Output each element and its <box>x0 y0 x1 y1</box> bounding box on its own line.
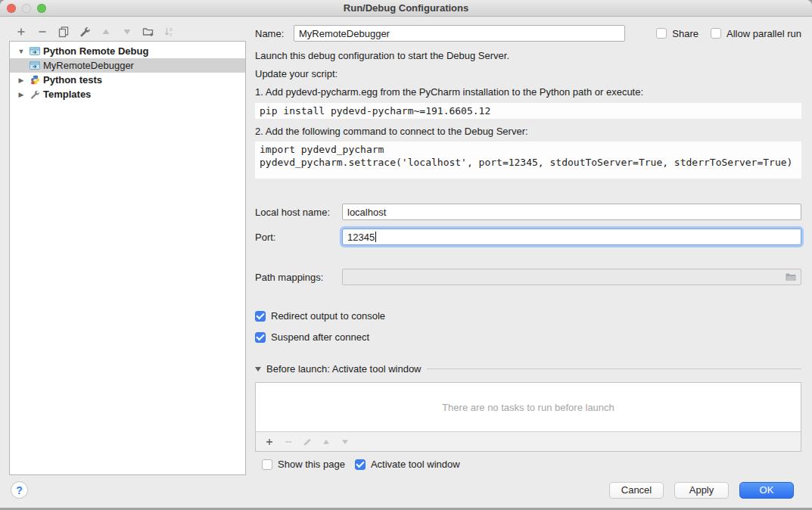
close-window-button[interactable] <box>7 4 16 13</box>
redirect-output-checkbox-group[interactable]: Redirect output to console <box>255 310 801 322</box>
tree-item-label: MyRemoteDebugger <box>43 60 134 71</box>
activate-tool-window-checkbox-group[interactable]: Activate tool window <box>355 459 460 470</box>
step2-text: 2. Add the following command to connect … <box>255 126 801 137</box>
code-line-2: pydevd_pycharm.settrace('localhost', por… <box>260 157 792 168</box>
suspend-after-connect-label: Suspend after connect <box>271 331 369 343</box>
suspend-after-connect-checkbox-group[interactable]: Suspend after connect <box>255 331 801 343</box>
collapse-arrow-icon[interactable] <box>255 367 261 372</box>
remove-icon <box>36 26 48 38</box>
before-launch-section-header[interactable]: Before launch: Activate tool window <box>255 363 801 375</box>
new-folder-button[interactable] <box>138 23 159 40</box>
settrace-code-block: import pydevd_pycharm pydevd_pycharm.set… <box>255 141 801 179</box>
text-cursor <box>375 232 376 242</box>
code-line-1: import pydevd_pycharm <box>260 144 384 155</box>
add-task-button[interactable] <box>260 434 278 449</box>
dialog-footer: ? Cancel Apply OK <box>0 475 812 508</box>
tree-item-myremotedebugger[interactable]: MyRemoteDebugger <box>10 58 245 73</box>
name-label: Name: <box>255 28 294 39</box>
before-launch-title: Before launch: Activate tool window <box>266 363 422 375</box>
tree-item-templates[interactable]: ▶ Templates <box>10 87 245 101</box>
cancel-button[interactable]: Cancel <box>609 482 664 499</box>
update-script-text: Update your script: <box>255 68 801 79</box>
configuration-form: Name: Share Allow parallel run Launch th… <box>255 25 801 470</box>
port-value: 12345 <box>347 232 375 243</box>
allow-parallel-run-label: Allow parallel run <box>726 28 801 39</box>
arrow-down-icon <box>121 26 133 38</box>
port-input[interactable]: 12345 <box>342 229 801 245</box>
tree-item-label: Python Remote Debug <box>43 45 148 57</box>
apply-button[interactable]: Apply <box>674 482 729 499</box>
move-down-button[interactable] <box>117 23 138 40</box>
path-mappings-input[interactable] <box>342 269 801 285</box>
svg-text:a: a <box>170 26 173 32</box>
activate-tool-window-checkbox[interactable] <box>355 459 366 470</box>
suspend-after-connect-checkbox[interactable] <box>255 332 266 343</box>
window-title: Run/Debug Configurations <box>0 0 812 16</box>
add-configuration-button[interactable] <box>11 23 32 40</box>
sidebar-toolbar: az <box>11 23 180 41</box>
copy-icon <box>58 26 70 38</box>
browse-folder-icon[interactable] <box>785 272 797 285</box>
remove-task-button[interactable] <box>278 434 297 449</box>
add-icon <box>264 437 275 447</box>
wrench-icon <box>79 26 91 38</box>
show-this-page-label: Show this page <box>278 459 345 470</box>
activate-tool-window-label: Activate tool window <box>371 459 460 470</box>
ok-button[interactable]: OK <box>739 482 794 499</box>
expand-arrow-icon[interactable]: ▶ <box>14 91 28 98</box>
show-this-page-checkbox-group[interactable]: Show this page <box>262 459 345 470</box>
tree-item-python-remote-debug[interactable]: ▼ Python Remote Debug <box>10 44 245 58</box>
pip-install-code: pip install pydevd-pycharm~=191.6605.12 <box>255 103 801 119</box>
python-tests-icon <box>28 75 42 85</box>
remove-icon <box>283 437 294 447</box>
sort-configurations-button[interactable]: az <box>159 23 180 40</box>
section-divider <box>427 369 801 369</box>
help-question-icon: ? <box>16 484 23 496</box>
arrow-up-icon <box>321 437 331 447</box>
name-input[interactable] <box>294 25 625 42</box>
share-checkbox[interactable] <box>656 28 667 39</box>
tree-item-label: Templates <box>43 89 91 100</box>
step1-text: 1. Add pydevd-pycharm.egg from the PyCha… <box>255 86 801 98</box>
expand-arrow-icon[interactable]: ▶ <box>14 76 28 84</box>
remove-configuration-button[interactable] <box>32 23 53 40</box>
move-task-up-button[interactable] <box>316 434 335 449</box>
move-task-down-button[interactable] <box>335 434 354 449</box>
allow-parallel-run-checkbox-group[interactable]: Allow parallel run <box>711 28 801 39</box>
remote-debug-icon <box>28 46 42 56</box>
remote-debug-icon <box>28 61 42 70</box>
tree-item-label: Python tests <box>43 74 102 86</box>
port-label: Port: <box>255 232 342 243</box>
launch-instruction-text: Launch this debug configuration to start… <box>255 50 801 61</box>
show-this-page-checkbox[interactable] <box>262 459 272 470</box>
titlebar: Run/Debug Configurations <box>0 0 812 17</box>
sort-az-icon: az <box>163 26 176 38</box>
redirect-output-label: Redirect output to console <box>271 310 385 322</box>
share-checkbox-group[interactable]: Share <box>656 28 698 39</box>
allow-parallel-run-checkbox[interactable] <box>711 28 721 39</box>
traffic-lights <box>7 4 46 13</box>
collapse-arrow-icon[interactable]: ▼ <box>14 48 28 55</box>
pencil-icon <box>302 437 313 447</box>
local-host-name-input[interactable] <box>342 204 801 220</box>
redirect-output-checkbox[interactable] <box>255 311 266 322</box>
wrench-icon <box>28 89 42 100</box>
tasks-toolbar <box>256 431 801 451</box>
arrow-up-icon <box>100 26 112 38</box>
new-folder-icon <box>142 26 154 38</box>
tree-item-python-tests[interactable]: ▶ Python tests <box>10 73 245 87</box>
copy-configuration-button[interactable] <box>53 23 74 40</box>
share-label: Share <box>672 28 698 39</box>
help-button[interactable]: ? <box>11 481 28 499</box>
move-up-button[interactable] <box>95 23 117 40</box>
add-icon <box>15 26 27 38</box>
edit-task-button[interactable] <box>297 434 316 449</box>
path-mappings-label: Path mappings: <box>255 272 342 283</box>
before-launch-tasks-panel: There are no tasks to run before launch <box>255 382 801 452</box>
configurations-tree: ▼ Python Remote Debug MyRemoteDebugger ▶… <box>9 41 246 475</box>
edit-templates-button[interactable] <box>74 23 95 40</box>
empty-tasks-message: There are no tasks to run before launch <box>256 383 801 431</box>
minimize-window-button[interactable] <box>22 4 31 13</box>
zoom-window-button[interactable] <box>37 4 46 13</box>
arrow-down-icon <box>340 437 350 447</box>
